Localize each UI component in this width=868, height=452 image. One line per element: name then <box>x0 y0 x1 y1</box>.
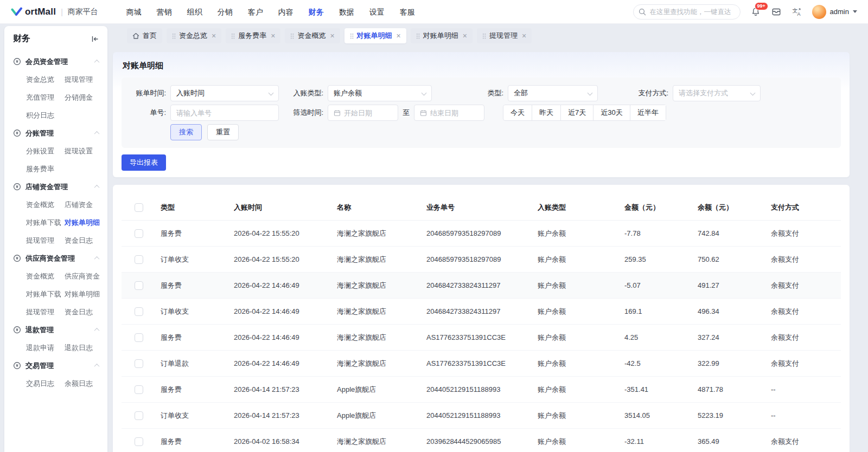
select-all-checkbox[interactable] <box>135 203 143 212</box>
reset-button[interactable]: 重置 <box>207 124 239 140</box>
sidebar-section-header[interactable]: ¥ 退款管理 <box>4 321 107 339</box>
avatar <box>812 5 826 19</box>
topnav-item[interactable]: 营销 <box>149 0 180 24</box>
sidebar-item[interactable]: 分账设置 <box>26 142 65 160</box>
type-select[interactable]: 全部 <box>508 85 598 101</box>
search-button[interactable]: 搜索 <box>170 124 202 140</box>
collapse-sidebar-button[interactable] <box>91 35 99 43</box>
topnav-item[interactable]: 数据 <box>331 0 362 24</box>
row-checkbox[interactable] <box>135 359 143 368</box>
table-row[interactable]: 订单收支 2026-04-22 14:46:49 海澜之家旗舰店 2046842… <box>122 299 841 325</box>
chevron-up-icon <box>94 328 100 333</box>
sidebar-item[interactable]: 提现管理 <box>26 231 65 249</box>
sidebar-item[interactable]: 退款申请 <box>26 339 65 357</box>
table-row[interactable]: 服务费 2026-04-22 14:46:49 海澜之家旗舰店 20468427… <box>122 273 841 299</box>
quick-range-button[interactable]: 昨天 <box>532 105 561 121</box>
topnav-item[interactable]: 内容 <box>271 0 301 24</box>
sidebar-item[interactable]: 对账单明细 <box>65 285 103 303</box>
quick-range-button[interactable]: 近7天 <box>560 105 593 121</box>
sidebar-item[interactable]: 服务费率 <box>26 160 65 178</box>
messages-button[interactable] <box>771 7 782 17</box>
table-row[interactable]: 服务费 2026-04-02 16:58:34 海澜之家旗舰店 20396284… <box>122 429 841 452</box>
notifications-button[interactable]: 99+ <box>750 7 761 17</box>
start-date-input[interactable] <box>344 109 392 117</box>
row-checkbox[interactable] <box>135 281 143 290</box>
sidebar-item[interactable]: 对账单下载 <box>26 214 65 231</box>
close-icon[interactable]: × <box>522 31 526 40</box>
sidebar-item[interactable]: 供应商资金 <box>65 267 103 285</box>
sidebar-item[interactable]: 充值管理 <box>26 88 65 106</box>
sidebar-item[interactable]: 积分日志 <box>26 106 65 124</box>
sidebar-item[interactable]: 分销佣金 <box>65 88 103 106</box>
end-date-input[interactable] <box>430 109 478 117</box>
sidebar-item[interactable]: 店铺资金 <box>65 196 103 214</box>
language-button[interactable]: 文 A <box>792 7 802 17</box>
close-icon[interactable]: × <box>330 31 334 40</box>
sidebar-section-header[interactable]: ¥ 会员资金管理 <box>4 53 107 70</box>
quick-range-button[interactable]: 近30天 <box>593 105 630 121</box>
table-card: 类型 入账时间 名称 业务单号 入账类型 金额（元） 余额（元） 支付方式 服务… <box>113 185 850 452</box>
table-row[interactable]: 服务费 2026-04-22 14:46:49 海澜之家旗舰店 AS177623… <box>122 325 841 351</box>
tab[interactable]: 资金概览 × <box>285 28 340 43</box>
bill-time-select[interactable]: 入账时间 <box>170 85 279 101</box>
tab[interactable]: 首页 <box>127 28 162 43</box>
cell-type: 订单退款 <box>161 359 234 369</box>
sidebar-section-header[interactable]: ¥ 供应商资金管理 <box>4 249 107 267</box>
sidebar-item[interactable]: 提现管理 <box>65 70 103 88</box>
row-checkbox[interactable] <box>135 411 143 420</box>
row-checkbox[interactable] <box>135 229 143 238</box>
topnav-item[interactable]: 分销 <box>210 0 240 24</box>
topnav-item[interactable]: 商城 <box>119 0 149 24</box>
sidebar-section-header[interactable]: ¥ 分账管理 <box>4 124 107 142</box>
sidebar-item[interactable]: 交易日志 <box>26 374 65 392</box>
topnav-item[interactable]: 设置 <box>362 0 392 24</box>
export-report-button[interactable]: 导出报表 <box>122 154 166 171</box>
tab[interactable]: 对账单明细 × <box>411 28 473 43</box>
topnav-item[interactable]: 财务 <box>301 0 331 24</box>
sidebar-item[interactable]: 提现设置 <box>65 142 103 160</box>
sidebar-item[interactable]: 资金日志 <box>65 303 103 321</box>
tab[interactable]: 服务费率 × <box>226 28 280 43</box>
sidebar-item[interactable]: 资金概览 <box>26 196 65 214</box>
tab[interactable]: 对账单明细 × <box>344 28 406 43</box>
close-icon[interactable]: × <box>463 31 467 40</box>
sidebar-item[interactable]: 资金日志 <box>65 231 103 249</box>
quick-range-button[interactable]: 近半年 <box>630 105 666 121</box>
row-checkbox[interactable] <box>135 255 143 264</box>
close-icon[interactable]: × <box>212 31 216 40</box>
order-no-input[interactable] <box>176 109 273 117</box>
sidebar-item[interactable]: 对账单下载 <box>26 285 65 303</box>
topnav-item[interactable]: 客服 <box>392 0 423 24</box>
table-row[interactable]: 服务费 2026-04-14 21:57:23 Apple旗舰店 2044052… <box>122 377 841 403</box>
sidebar-section-header[interactable]: ¥ 店铺资金管理 <box>4 178 107 196</box>
topnav-item[interactable]: 组织 <box>180 0 210 24</box>
entry-type-select[interactable]: 账户余额 <box>328 85 432 101</box>
sidebar-item[interactable]: 退款日志 <box>65 339 103 357</box>
table-row[interactable]: 服务费 2026-04-22 15:55:20 海澜之家旗舰店 20468597… <box>122 221 841 247</box>
quick-range-button[interactable]: 今天 <box>503 105 532 121</box>
logo[interactable]: ortMall | 商家平台 <box>11 7 98 17</box>
sidebar-section-header[interactable]: ¥ 交易管理 <box>4 357 107 374</box>
topnav-item[interactable]: 客户 <box>240 0 271 24</box>
close-icon[interactable]: × <box>397 31 401 40</box>
table-row[interactable]: 订单退款 2026-04-22 14:46:49 海澜之家旗舰店 AS17762… <box>122 351 841 377</box>
table-row[interactable]: 订单收支 2026-04-14 21:57:23 Apple旗舰店 204405… <box>122 403 841 429</box>
row-checkbox[interactable] <box>135 437 143 446</box>
sidebar-item[interactable]: 余额日志 <box>65 374 103 392</box>
sidebar-item[interactable]: 资金总览 <box>26 70 65 88</box>
tab[interactable]: 提现管理 × <box>477 28 532 43</box>
sidebar-item[interactable]: 提现管理 <box>26 303 65 321</box>
row-checkbox[interactable] <box>135 307 143 316</box>
search-input[interactable] <box>633 4 741 20</box>
drag-handle-icon <box>416 33 420 39</box>
sidebar-item[interactable]: 资金概览 <box>26 267 65 285</box>
sidebar-item[interactable]: 对账单明细 <box>65 214 103 231</box>
pay-method-select[interactable]: 请选择支付方式 <box>673 85 761 101</box>
close-icon[interactable]: × <box>271 31 275 40</box>
table-row[interactable]: 订单收支 2026-04-22 15:55:20 海澜之家旗舰店 2046859… <box>122 247 841 273</box>
user-menu[interactable]: admin <box>812 5 857 19</box>
row-checkbox[interactable] <box>135 385 143 394</box>
tab[interactable]: 资金总览 × <box>167 28 221 43</box>
global-search[interactable] <box>633 4 741 20</box>
row-checkbox[interactable] <box>135 333 143 342</box>
